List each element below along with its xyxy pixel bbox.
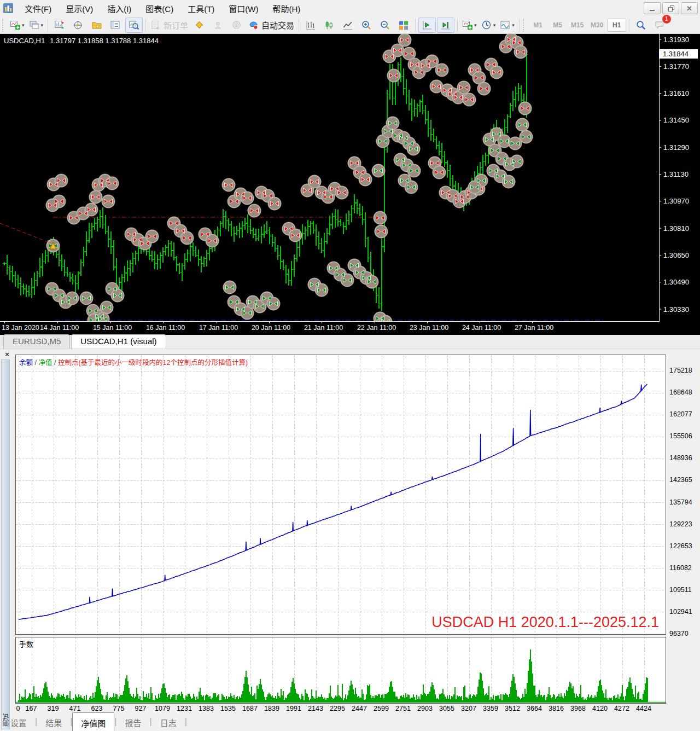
auto-scroll-button[interactable] xyxy=(418,18,436,33)
tester-tab-equity-curve[interactable]: 净值图 xyxy=(72,712,114,731)
tester-tab-settings[interactable]: 设置 xyxy=(2,714,35,731)
svg-text:1.30810: 1.30810 xyxy=(663,224,689,233)
chart-ohlc-values: 1.31797 1.31858 1.31788 1.31844 xyxy=(50,37,159,45)
time-tick xyxy=(480,322,480,323)
favorites-button[interactable] xyxy=(88,18,106,33)
menu-item-file[interactable]: 文件(F) xyxy=(18,1,59,16)
toolbar-separator xyxy=(457,19,458,32)
minimize-button[interactable] xyxy=(644,2,661,14)
chart-shift-button[interactable] xyxy=(437,18,454,33)
tester-tab-report[interactable]: 报告 xyxy=(117,714,150,731)
time-label: 22 Jan 11:00 xyxy=(357,324,396,332)
zoom-out-icon xyxy=(380,20,390,31)
line-chart-button[interactable] xyxy=(339,18,357,33)
new-order-icon xyxy=(150,20,161,31)
chart-symbol-period: USDCAD,H1 xyxy=(4,37,45,45)
timeframe-m15-button[interactable]: M15 xyxy=(568,19,587,32)
chart-tab-usdcad-h1[interactable]: USDCAD,H1 (visual) xyxy=(71,334,166,349)
sounds-button[interactable] xyxy=(228,18,246,33)
notifications-button[interactable]: 1 xyxy=(651,18,668,33)
equity-y-tick-label: 155506 xyxy=(669,432,692,440)
sounds-icon xyxy=(231,20,242,31)
svg-text:1.31844: 1.31844 xyxy=(663,50,689,58)
svg-text:1.31770: 1.31770 xyxy=(663,62,689,71)
equity-chart[interactable]: 余额 / 净值 / 控制点(基于最近的小一级时段内的12个控制点的分形插值计算)… xyxy=(15,355,666,635)
close-icon: ✕ xyxy=(686,5,692,12)
periods-button[interactable]: ▾ xyxy=(480,18,498,33)
time-label: 23 Jan 11:00 xyxy=(410,324,448,332)
candlestick-chart-canvas[interactable]: 1.319301.317701.316101.314501.312901.311… xyxy=(0,34,700,322)
chevron-down-icon[interactable]: ▾ xyxy=(493,22,496,28)
time-label: 17 Jan 11:00 xyxy=(199,324,238,332)
equity-legend: 余额 / 净值 / 控制点(基于最近的小一级时段内的12个控制点的分形插值计算) xyxy=(19,357,248,367)
trade-number-label: 167 xyxy=(26,705,37,712)
menu-item-insert[interactable]: 插入(I) xyxy=(100,1,138,16)
trade-number-label: 1535 xyxy=(220,705,236,712)
strategy-tester-button[interactable] xyxy=(125,18,143,33)
new-order-button[interactable]: 新订单 xyxy=(149,18,190,33)
restore-button[interactable] xyxy=(662,2,679,14)
menu-item-tools[interactable]: 工具(T) xyxy=(180,1,221,16)
metaeditor-button[interactable] xyxy=(191,18,208,33)
close-icon[interactable]: × xyxy=(3,350,11,358)
time-tick xyxy=(57,322,58,323)
legend-item: 净值 xyxy=(38,359,52,367)
equity-y-tick-label: 122653 xyxy=(669,542,692,550)
chevron-down-icon[interactable]: ▾ xyxy=(41,22,44,28)
strategy-tester-panel: × 测试 余额 / 净值 / 控制点(基于最近的小一级时段内的12个控制点的分形… xyxy=(0,349,700,731)
terminal-icon xyxy=(110,20,121,31)
navigator-button[interactable] xyxy=(69,18,87,33)
lots-chart[interactable]: 手数 xyxy=(15,637,666,704)
timeframe-m30-button[interactable]: M30 xyxy=(588,19,606,32)
tester-tab-results[interactable]: 结果 xyxy=(37,714,70,731)
profiles-button[interactable]: ▾ xyxy=(27,18,45,33)
time-tick xyxy=(4,322,5,323)
new-chart-button[interactable]: ▾ xyxy=(8,18,26,33)
zoom-in-button[interactable] xyxy=(358,18,375,33)
candles-chart-button[interactable] xyxy=(320,18,338,33)
menu-item-window[interactable]: 窗口(W) xyxy=(221,1,265,16)
market-watch-icon xyxy=(54,20,65,31)
timeframe-m5-button[interactable]: M5 xyxy=(549,19,567,32)
trade-number-label: 3968 xyxy=(570,705,586,712)
tester-tab-journal[interactable]: 日志 xyxy=(152,714,185,731)
chevron-down-icon[interactable]: ▾ xyxy=(512,22,515,28)
equity-y-tick-label: 162077 xyxy=(669,410,692,418)
zoom-out-button[interactable] xyxy=(376,18,394,33)
menu-item-charts[interactable]: 图表(C) xyxy=(138,1,180,16)
new-chart-icon xyxy=(10,20,21,31)
chevron-down-icon[interactable]: ▾ xyxy=(22,22,25,28)
chevron-down-icon[interactable]: ▾ xyxy=(474,22,477,28)
market-watch-button[interactable] xyxy=(51,18,68,33)
chart-tab-eurusd-m5[interactable]: EURUSD,M5 xyxy=(3,334,70,349)
trade-number-label: 4272 xyxy=(614,705,629,712)
terminal-button[interactable] xyxy=(107,18,124,33)
experts-button[interactable] xyxy=(209,18,227,33)
equity-y-tick-label: 129223 xyxy=(669,520,692,528)
close-button[interactable]: ✕ xyxy=(681,2,698,14)
timeframe-m1-button[interactable]: M1 xyxy=(529,19,547,32)
templates-button[interactable]: ▾ xyxy=(498,18,516,33)
tester-sidebar[interactable]: 测试 xyxy=(1,359,10,729)
price-chart[interactable]: USDCAD,H11.31797 1.31858 1.31788 1.31844… xyxy=(0,34,700,322)
menu-item-view[interactable]: 显示(V) xyxy=(59,1,100,16)
chart-shift-icon xyxy=(440,20,451,31)
menu-item-help[interactable]: 帮助(H) xyxy=(265,1,307,16)
equity-curve-canvas[interactable] xyxy=(16,355,666,634)
lots-histogram-canvas[interactable] xyxy=(16,637,666,703)
trade-number-label: 623 xyxy=(91,705,103,712)
time-axis[interactable]: 13 Jan 202014 Jan 11:0015 Jan 11:0016 Ja… xyxy=(0,322,700,335)
autotrading-icon xyxy=(248,20,259,31)
timeframe-h1-button[interactable]: H1 xyxy=(608,19,626,32)
trade-number-label: 775 xyxy=(113,705,125,712)
trade-number-label: 4120 xyxy=(592,705,608,712)
toolbar-separator xyxy=(299,19,299,32)
trade-number-label: 3207 xyxy=(461,705,476,712)
tile-windows-button[interactable] xyxy=(395,18,412,33)
bars-chart-button[interactable] xyxy=(302,18,319,33)
autotrading-button[interactable]: 自动交易 xyxy=(247,18,296,33)
search-button[interactable] xyxy=(632,18,650,33)
indicators-button[interactable]: ▾ xyxy=(460,18,479,33)
equity-y-tick-label: 96370 xyxy=(669,630,689,637)
trade-number-label: 471 xyxy=(69,705,81,712)
